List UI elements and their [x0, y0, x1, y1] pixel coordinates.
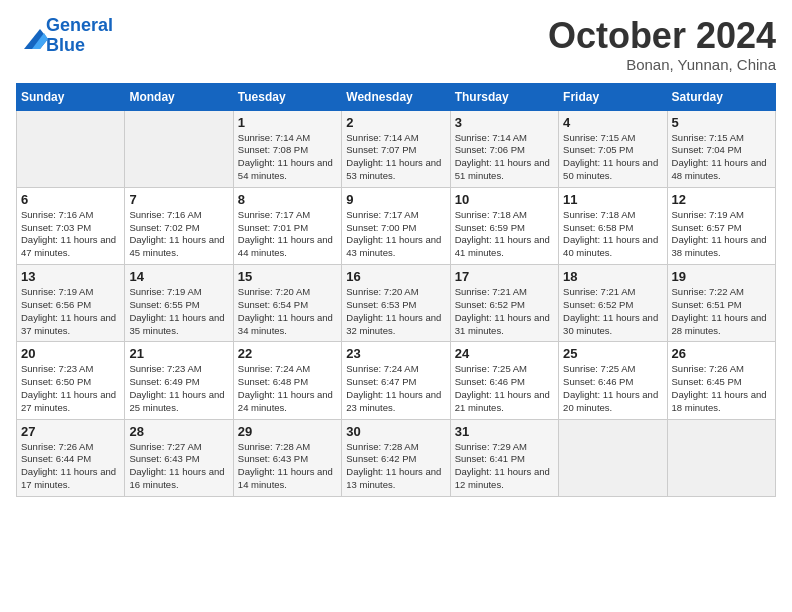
day-info: Sunrise: 7:19 AM Sunset: 6:55 PM Dayligh…: [129, 286, 228, 337]
day-info: Sunrise: 7:29 AM Sunset: 6:41 PM Dayligh…: [455, 441, 554, 492]
day-number: 15: [238, 269, 337, 284]
day-info: Sunrise: 7:18 AM Sunset: 6:59 PM Dayligh…: [455, 209, 554, 260]
calendar-cell: [559, 419, 667, 496]
day-number: 19: [672, 269, 771, 284]
calendar-cell: 13Sunrise: 7:19 AM Sunset: 6:56 PM Dayli…: [17, 265, 125, 342]
day-info: Sunrise: 7:19 AM Sunset: 6:57 PM Dayligh…: [672, 209, 771, 260]
calendar-cell: 19Sunrise: 7:22 AM Sunset: 6:51 PM Dayli…: [667, 265, 775, 342]
day-info: Sunrise: 7:20 AM Sunset: 6:54 PM Dayligh…: [238, 286, 337, 337]
calendar-cell: 1Sunrise: 7:14 AM Sunset: 7:08 PM Daylig…: [233, 110, 341, 187]
day-info: Sunrise: 7:24 AM Sunset: 6:48 PM Dayligh…: [238, 363, 337, 414]
calendar-cell: 29Sunrise: 7:28 AM Sunset: 6:43 PM Dayli…: [233, 419, 341, 496]
location-subtitle: Bonan, Yunnan, China: [548, 56, 776, 73]
calendar-cell: 20Sunrise: 7:23 AM Sunset: 6:50 PM Dayli…: [17, 342, 125, 419]
day-info: Sunrise: 7:21 AM Sunset: 6:52 PM Dayligh…: [455, 286, 554, 337]
calendar-cell: 3Sunrise: 7:14 AM Sunset: 7:06 PM Daylig…: [450, 110, 558, 187]
calendar-cell: [667, 419, 775, 496]
day-number: 28: [129, 424, 228, 439]
calendar-cell: 25Sunrise: 7:25 AM Sunset: 6:46 PM Dayli…: [559, 342, 667, 419]
day-number: 6: [21, 192, 120, 207]
day-info: Sunrise: 7:17 AM Sunset: 7:00 PM Dayligh…: [346, 209, 445, 260]
day-number: 7: [129, 192, 228, 207]
logo-text: General Blue: [46, 16, 113, 56]
day-info: Sunrise: 7:26 AM Sunset: 6:45 PM Dayligh…: [672, 363, 771, 414]
day-number: 17: [455, 269, 554, 284]
day-info: Sunrise: 7:19 AM Sunset: 6:56 PM Dayligh…: [21, 286, 120, 337]
calendar-cell: 28Sunrise: 7:27 AM Sunset: 6:43 PM Dayli…: [125, 419, 233, 496]
day-info: Sunrise: 7:26 AM Sunset: 6:44 PM Dayligh…: [21, 441, 120, 492]
day-number: 5: [672, 115, 771, 130]
calendar-cell: 31Sunrise: 7:29 AM Sunset: 6:41 PM Dayli…: [450, 419, 558, 496]
day-number: 11: [563, 192, 662, 207]
day-number: 21: [129, 346, 228, 361]
day-number: 2: [346, 115, 445, 130]
calendar-cell: 23Sunrise: 7:24 AM Sunset: 6:47 PM Dayli…: [342, 342, 450, 419]
day-number: 24: [455, 346, 554, 361]
title-area: October 2024 Bonan, Yunnan, China: [548, 16, 776, 73]
calendar-cell: 14Sunrise: 7:19 AM Sunset: 6:55 PM Dayli…: [125, 265, 233, 342]
calendar-cell: 26Sunrise: 7:26 AM Sunset: 6:45 PM Dayli…: [667, 342, 775, 419]
day-info: Sunrise: 7:14 AM Sunset: 7:07 PM Dayligh…: [346, 132, 445, 183]
calendar-cell: 7Sunrise: 7:16 AM Sunset: 7:02 PM Daylig…: [125, 187, 233, 264]
day-number: 20: [21, 346, 120, 361]
calendar-cell: 30Sunrise: 7:28 AM Sunset: 6:42 PM Dayli…: [342, 419, 450, 496]
weekday-header-friday: Friday: [559, 83, 667, 110]
day-info: Sunrise: 7:23 AM Sunset: 6:50 PM Dayligh…: [21, 363, 120, 414]
day-number: 8: [238, 192, 337, 207]
day-number: 30: [346, 424, 445, 439]
day-number: 31: [455, 424, 554, 439]
calendar-cell: [17, 110, 125, 187]
day-info: Sunrise: 7:17 AM Sunset: 7:01 PM Dayligh…: [238, 209, 337, 260]
day-number: 16: [346, 269, 445, 284]
day-number: 13: [21, 269, 120, 284]
calendar-week-row: 13Sunrise: 7:19 AM Sunset: 6:56 PM Dayli…: [17, 265, 776, 342]
calendar-cell: 16Sunrise: 7:20 AM Sunset: 6:53 PM Dayli…: [342, 265, 450, 342]
day-info: Sunrise: 7:18 AM Sunset: 6:58 PM Dayligh…: [563, 209, 662, 260]
calendar-table: SundayMondayTuesdayWednesdayThursdayFrid…: [16, 83, 776, 497]
day-info: Sunrise: 7:20 AM Sunset: 6:53 PM Dayligh…: [346, 286, 445, 337]
day-number: 18: [563, 269, 662, 284]
weekday-header-monday: Monday: [125, 83, 233, 110]
page-header: General Blue October 2024 Bonan, Yunnan,…: [16, 16, 776, 73]
day-number: 26: [672, 346, 771, 361]
calendar-cell: 11Sunrise: 7:18 AM Sunset: 6:58 PM Dayli…: [559, 187, 667, 264]
calendar-week-row: 1Sunrise: 7:14 AM Sunset: 7:08 PM Daylig…: [17, 110, 776, 187]
weekday-header-thursday: Thursday: [450, 83, 558, 110]
day-info: Sunrise: 7:21 AM Sunset: 6:52 PM Dayligh…: [563, 286, 662, 337]
calendar-cell: 10Sunrise: 7:18 AM Sunset: 6:59 PM Dayli…: [450, 187, 558, 264]
weekday-header-tuesday: Tuesday: [233, 83, 341, 110]
day-info: Sunrise: 7:27 AM Sunset: 6:43 PM Dayligh…: [129, 441, 228, 492]
day-number: 3: [455, 115, 554, 130]
calendar-week-row: 20Sunrise: 7:23 AM Sunset: 6:50 PM Dayli…: [17, 342, 776, 419]
calendar-cell: 12Sunrise: 7:19 AM Sunset: 6:57 PM Dayli…: [667, 187, 775, 264]
day-info: Sunrise: 7:23 AM Sunset: 6:49 PM Dayligh…: [129, 363, 228, 414]
day-info: Sunrise: 7:14 AM Sunset: 7:06 PM Dayligh…: [455, 132, 554, 183]
calendar-cell: 27Sunrise: 7:26 AM Sunset: 6:44 PM Dayli…: [17, 419, 125, 496]
calendar-cell: 24Sunrise: 7:25 AM Sunset: 6:46 PM Dayli…: [450, 342, 558, 419]
day-number: 4: [563, 115, 662, 130]
day-number: 1: [238, 115, 337, 130]
calendar-week-row: 6Sunrise: 7:16 AM Sunset: 7:03 PM Daylig…: [17, 187, 776, 264]
weekday-header-wednesday: Wednesday: [342, 83, 450, 110]
logo-icon: [16, 25, 44, 47]
calendar-cell: 4Sunrise: 7:15 AM Sunset: 7:05 PM Daylig…: [559, 110, 667, 187]
day-info: Sunrise: 7:15 AM Sunset: 7:04 PM Dayligh…: [672, 132, 771, 183]
calendar-cell: 9Sunrise: 7:17 AM Sunset: 7:00 PM Daylig…: [342, 187, 450, 264]
day-info: Sunrise: 7:25 AM Sunset: 6:46 PM Dayligh…: [563, 363, 662, 414]
calendar-cell: 21Sunrise: 7:23 AM Sunset: 6:49 PM Dayli…: [125, 342, 233, 419]
calendar-cell: [125, 110, 233, 187]
day-info: Sunrise: 7:16 AM Sunset: 7:03 PM Dayligh…: [21, 209, 120, 260]
day-number: 14: [129, 269, 228, 284]
weekday-header-sunday: Sunday: [17, 83, 125, 110]
weekday-header-row: SundayMondayTuesdayWednesdayThursdayFrid…: [17, 83, 776, 110]
day-info: Sunrise: 7:14 AM Sunset: 7:08 PM Dayligh…: [238, 132, 337, 183]
calendar-cell: 15Sunrise: 7:20 AM Sunset: 6:54 PM Dayli…: [233, 265, 341, 342]
logo: General Blue: [16, 16, 113, 56]
day-info: Sunrise: 7:24 AM Sunset: 6:47 PM Dayligh…: [346, 363, 445, 414]
day-number: 22: [238, 346, 337, 361]
day-info: Sunrise: 7:28 AM Sunset: 6:42 PM Dayligh…: [346, 441, 445, 492]
day-info: Sunrise: 7:22 AM Sunset: 6:51 PM Dayligh…: [672, 286, 771, 337]
day-info: Sunrise: 7:15 AM Sunset: 7:05 PM Dayligh…: [563, 132, 662, 183]
calendar-cell: 5Sunrise: 7:15 AM Sunset: 7:04 PM Daylig…: [667, 110, 775, 187]
day-number: 10: [455, 192, 554, 207]
